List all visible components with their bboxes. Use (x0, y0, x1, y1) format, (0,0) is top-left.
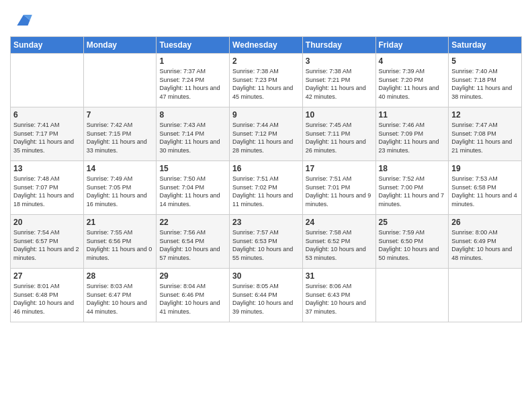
day-number: 10 (306, 110, 373, 120)
weekday-header: Wednesday (230, 37, 303, 54)
calendar-cell: 14Sunrise: 7:49 AMSunset: 7:05 PMDayligh… (83, 161, 157, 215)
calendar-header: SundayMondayTuesdayWednesdayThursdayFrid… (11, 37, 522, 54)
cell-details: Sunrise: 7:56 AMSunset: 6:54 PMDaylight:… (159, 228, 226, 262)
calendar-cell: 27Sunrise: 8:01 AMSunset: 6:48 PMDayligh… (11, 269, 84, 322)
calendar-week-row: 27Sunrise: 8:01 AMSunset: 6:48 PMDayligh… (11, 269, 522, 322)
weekday-header: Friday (375, 37, 449, 54)
calendar-cell: 10Sunrise: 7:45 AMSunset: 7:11 PMDayligh… (302, 107, 375, 161)
calendar-cell: 21Sunrise: 7:55 AMSunset: 6:56 PMDayligh… (83, 215, 157, 269)
calendar-cell: 26Sunrise: 8:00 AMSunset: 6:49 PMDayligh… (449, 215, 522, 269)
calendar-cell: 31Sunrise: 8:06 AMSunset: 6:43 PMDayligh… (302, 269, 375, 322)
day-number: 20 (13, 218, 81, 227)
day-number: 3 (306, 56, 373, 66)
weekday-header: Saturday (449, 37, 522, 54)
day-number: 16 (232, 164, 300, 173)
cell-details: Sunrise: 7:43 AMSunset: 7:14 PMDaylight:… (159, 121, 226, 154)
day-number: 12 (451, 110, 519, 120)
calendar-cell: 11Sunrise: 7:46 AMSunset: 7:09 PMDayligh… (375, 107, 449, 161)
day-number: 15 (159, 164, 226, 173)
logo (10, 9, 34, 31)
calendar-cell: 16Sunrise: 7:51 AMSunset: 7:02 PMDayligh… (230, 161, 303, 215)
calendar-cell: 24Sunrise: 7:58 AMSunset: 6:52 PMDayligh… (302, 215, 375, 269)
calendar-cell: 7Sunrise: 7:42 AMSunset: 7:15 PMDaylight… (83, 107, 157, 161)
page-header (10, 7, 522, 31)
calendar-cell: 2Sunrise: 7:38 AMSunset: 7:23 PMDaylight… (230, 54, 303, 107)
calendar-cell: 12Sunrise: 7:47 AMSunset: 7:08 PMDayligh… (449, 107, 522, 161)
day-number: 4 (379, 56, 446, 66)
calendar-cell: 23Sunrise: 7:57 AMSunset: 6:53 PMDayligh… (230, 215, 303, 269)
calendar-cell (375, 269, 449, 322)
weekday-header: Thursday (302, 37, 375, 54)
calendar-week-row: 6Sunrise: 7:41 AMSunset: 7:17 PMDaylight… (11, 107, 522, 161)
calendar-cell: 6Sunrise: 7:41 AMSunset: 7:17 PMDaylight… (11, 107, 84, 161)
day-number: 17 (306, 164, 373, 173)
cell-details: Sunrise: 7:51 AMSunset: 7:01 PMDaylight:… (306, 175, 373, 208)
calendar-cell: 19Sunrise: 7:53 AMSunset: 6:58 PMDayligh… (449, 161, 522, 215)
calendar-cell: 5Sunrise: 7:40 AMSunset: 7:18 PMDaylight… (449, 54, 522, 107)
calendar-cell (449, 269, 522, 322)
calendar-cell: 1Sunrise: 7:37 AMSunset: 7:24 PMDaylight… (157, 54, 230, 107)
cell-details: Sunrise: 7:57 AMSunset: 6:53 PMDaylight:… (232, 228, 300, 262)
cell-details: Sunrise: 8:06 AMSunset: 6:43 PMDaylight:… (306, 282, 373, 316)
cell-details: Sunrise: 8:00 AMSunset: 6:49 PMDaylight:… (451, 228, 519, 262)
calendar-week-row: 1Sunrise: 7:37 AMSunset: 7:24 PMDaylight… (11, 54, 522, 107)
cell-details: Sunrise: 7:41 AMSunset: 7:17 PMDaylight:… (13, 121, 81, 154)
calendar-table: SundayMondayTuesdayWednesdayThursdayFrid… (10, 36, 522, 322)
day-number: 18 (379, 164, 446, 173)
cell-details: Sunrise: 8:03 AMSunset: 6:47 PMDaylight:… (87, 282, 154, 316)
cell-details: Sunrise: 7:47 AMSunset: 7:08 PMDaylight:… (451, 121, 519, 154)
cell-details: Sunrise: 7:55 AMSunset: 6:56 PMDaylight:… (87, 228, 154, 262)
calendar-cell: 4Sunrise: 7:39 AMSunset: 7:20 PMDaylight… (375, 54, 449, 107)
day-number: 14 (87, 164, 154, 173)
calendar-cell: 13Sunrise: 7:48 AMSunset: 7:07 PMDayligh… (11, 161, 84, 215)
day-number: 5 (451, 56, 519, 66)
calendar-cell: 18Sunrise: 7:52 AMSunset: 7:00 PMDayligh… (375, 161, 449, 215)
day-number: 9 (232, 110, 300, 120)
cell-details: Sunrise: 8:05 AMSunset: 6:44 PMDaylight:… (232, 282, 300, 316)
day-number: 2 (232, 56, 300, 66)
logo-icon (13, 9, 34, 31)
day-number: 13 (13, 164, 81, 173)
cell-details: Sunrise: 7:39 AMSunset: 7:20 PMDaylight:… (379, 67, 446, 101)
day-number: 11 (379, 110, 446, 120)
day-number: 23 (232, 218, 300, 227)
cell-details: Sunrise: 7:38 AMSunset: 7:23 PMDaylight:… (232, 67, 300, 101)
day-number: 7 (87, 110, 154, 120)
cell-details: Sunrise: 7:51 AMSunset: 7:02 PMDaylight:… (232, 175, 300, 208)
calendar-cell: 15Sunrise: 7:50 AMSunset: 7:04 PMDayligh… (157, 161, 230, 215)
day-number: 31 (306, 271, 373, 281)
cell-details: Sunrise: 7:37 AMSunset: 7:24 PMDaylight:… (159, 67, 226, 101)
cell-details: Sunrise: 7:58 AMSunset: 6:52 PMDaylight:… (306, 228, 373, 262)
calendar-cell: 29Sunrise: 8:04 AMSunset: 6:46 PMDayligh… (157, 269, 230, 322)
calendar-cell: 17Sunrise: 7:51 AMSunset: 7:01 PMDayligh… (302, 161, 375, 215)
day-number: 27 (13, 271, 81, 281)
day-number: 28 (87, 271, 154, 281)
calendar-cell: 20Sunrise: 7:54 AMSunset: 6:57 PMDayligh… (11, 215, 84, 269)
day-number: 29 (159, 271, 226, 281)
calendar-cell: 25Sunrise: 7:59 AMSunset: 6:50 PMDayligh… (375, 215, 449, 269)
cell-details: Sunrise: 8:01 AMSunset: 6:48 PMDaylight:… (13, 282, 81, 316)
calendar-cell (11, 54, 84, 107)
cell-details: Sunrise: 7:59 AMSunset: 6:50 PMDaylight:… (379, 228, 446, 262)
cell-details: Sunrise: 7:48 AMSunset: 7:07 PMDaylight:… (13, 175, 81, 208)
day-number: 21 (87, 218, 154, 227)
day-number: 6 (13, 110, 81, 120)
cell-details: Sunrise: 7:53 AMSunset: 6:58 PMDaylight:… (451, 175, 519, 208)
calendar-cell: 28Sunrise: 8:03 AMSunset: 6:47 PMDayligh… (83, 269, 157, 322)
cell-details: Sunrise: 7:38 AMSunset: 7:21 PMDaylight:… (306, 67, 373, 101)
cell-details: Sunrise: 7:42 AMSunset: 7:15 PMDaylight:… (87, 121, 154, 154)
weekday-header: Sunday (11, 37, 84, 54)
cell-details: Sunrise: 7:44 AMSunset: 7:12 PMDaylight:… (232, 121, 300, 154)
cell-details: Sunrise: 8:04 AMSunset: 6:46 PMDaylight:… (159, 282, 226, 316)
weekday-header: Monday (83, 37, 157, 54)
day-number: 19 (451, 164, 519, 173)
calendar-cell: 3Sunrise: 7:38 AMSunset: 7:21 PMDaylight… (302, 54, 375, 107)
calendar-week-row: 20Sunrise: 7:54 AMSunset: 6:57 PMDayligh… (11, 215, 522, 269)
day-number: 25 (379, 218, 446, 227)
calendar-cell (83, 54, 157, 107)
cell-details: Sunrise: 7:49 AMSunset: 7:05 PMDaylight:… (87, 175, 154, 208)
cell-details: Sunrise: 7:40 AMSunset: 7:18 PMDaylight:… (451, 67, 519, 101)
calendar-week-row: 13Sunrise: 7:48 AMSunset: 7:07 PMDayligh… (11, 161, 522, 215)
day-number: 8 (159, 110, 226, 120)
calendar-cell: 22Sunrise: 7:56 AMSunset: 6:54 PMDayligh… (157, 215, 230, 269)
